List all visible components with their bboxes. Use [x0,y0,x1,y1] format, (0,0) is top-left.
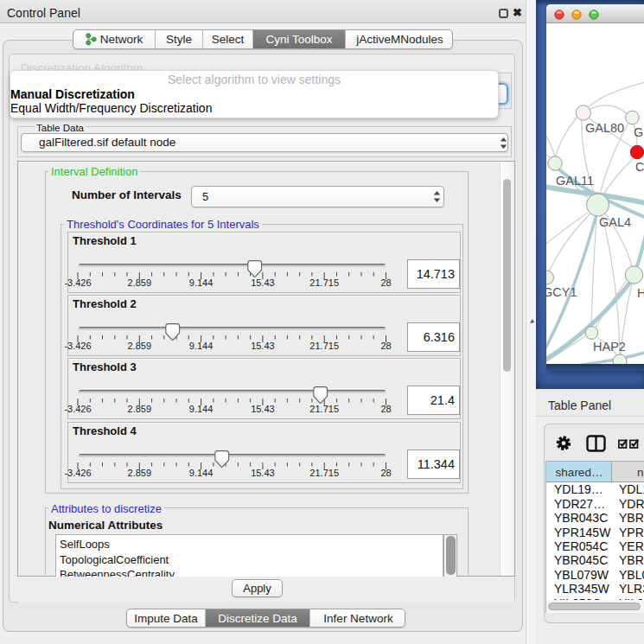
svg-text:GAL11: GAL11 [556,174,594,188]
svg-text:GAL4: GAL4 [599,215,631,229]
svg-text:H: H [637,286,644,300]
svg-text:C: C [635,160,644,174]
svg-text:GAL80: GAL80 [585,121,624,135]
svg-text:GCY1: GCY1 [546,285,577,299]
svg-text:G.: G. [634,125,644,139]
svg-text:HAP2: HAP2 [593,340,626,354]
